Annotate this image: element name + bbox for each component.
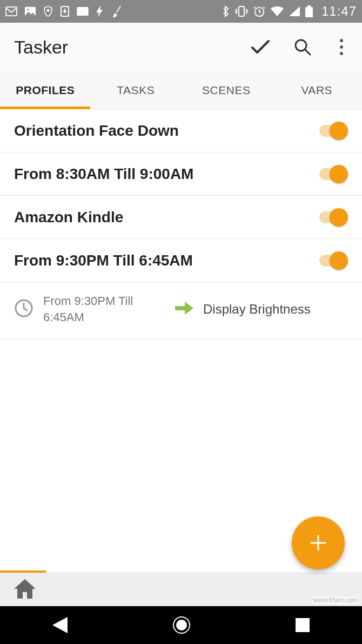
nav-home-icon[interactable]: [172, 616, 191, 634]
profile-title: From 9:30PM Till 6:45AM: [14, 252, 317, 269]
home-icon[interactable]: [14, 579, 36, 601]
overflow-menu-icon[interactable]: [335, 39, 348, 55]
svg-rect-8: [307, 5, 311, 7]
battery-icon: [305, 5, 313, 17]
action-bar-actions: [251, 38, 348, 56]
app-title: Tasker: [14, 37, 68, 58]
svg-rect-5: [239, 6, 244, 16]
brush-icon: [111, 5, 121, 17]
svg-point-3: [47, 9, 50, 12]
add-fab[interactable]: [292, 516, 345, 569]
action-bar: Tasker: [0, 23, 362, 71]
profile-toggle[interactable]: [317, 165, 348, 183]
tab-tasks[interactable]: TASKS: [91, 84, 182, 97]
profile-condition-text: From 9:30PM Till 6:45AM: [43, 293, 165, 325]
profile-toggle[interactable]: [317, 252, 348, 269]
profile-toggle[interactable]: [317, 209, 348, 226]
profile-detail-row[interactable]: From 9:30PM Till 6:45AM Display Brightne…: [0, 282, 362, 340]
profile-title: From 8:30AM Till 9:00AM: [14, 165, 317, 183]
svg-rect-7: [305, 7, 313, 17]
bottom-tab-bar: [0, 573, 362, 606]
status-right-icons: 11:47: [222, 4, 357, 19]
profile-title: Orientation Face Down: [14, 122, 317, 140]
android-nav-bar: [0, 606, 362, 644]
alarm-icon: [253, 5, 265, 17]
apply-icon[interactable]: [251, 39, 270, 55]
mail-icon: [77, 7, 89, 16]
profile-row[interactable]: Amazon Kindle: [0, 196, 362, 239]
tab-indicator: [0, 107, 90, 109]
gmail-icon: [5, 6, 17, 16]
arrow-right-icon: [175, 301, 193, 318]
status-left-icons: [5, 5, 121, 17]
profile-task-name[interactable]: Display Brightness: [203, 302, 311, 317]
search-icon[interactable]: [294, 38, 311, 56]
clock-icon: [14, 298, 33, 320]
svg-point-2: [27, 9, 29, 10]
svg-rect-13: [296, 618, 310, 632]
nav-recent-icon[interactable]: [296, 618, 310, 632]
wifi-icon: [271, 6, 284, 16]
gallery-icon: [25, 6, 36, 16]
bluetooth-icon: [222, 5, 230, 17]
app-screen: 11:47 Tasker PROFILES TASKS SCENES VARS …: [0, 0, 362, 644]
watermark: www.frfam.com: [312, 596, 359, 604]
tab-vars[interactable]: VARS: [272, 84, 363, 97]
download-icon: [61, 6, 69, 17]
status-clock: 11:47: [321, 4, 357, 19]
vibrate-icon: [235, 6, 248, 17]
tab-scenes[interactable]: SCENES: [181, 84, 272, 97]
tab-bar: PROFILES TASKS SCENES VARS: [0, 71, 362, 109]
svg-rect-0: [6, 7, 17, 16]
profile-title: Amazon Kindle: [14, 209, 317, 226]
profile-row[interactable]: Orientation Face Down: [0, 109, 362, 152]
signal-icon: [289, 6, 300, 16]
bolt-icon: [96, 5, 104, 17]
profile-toggle[interactable]: [317, 122, 348, 140]
profile-condition: From 9:30PM Till 6:45AM: [14, 293, 165, 325]
svg-point-12: [177, 620, 186, 630]
profile-row[interactable]: From 9:30PM Till 6:45AM: [0, 239, 362, 282]
status-bar: 11:47: [0, 0, 362, 23]
nav-back-icon[interactable]: [52, 617, 68, 633]
tab-profiles[interactable]: PROFILES: [0, 84, 91, 97]
profile-row[interactable]: From 8:30AM Till 9:00AM: [0, 152, 362, 196]
shield-icon: [43, 6, 53, 17]
